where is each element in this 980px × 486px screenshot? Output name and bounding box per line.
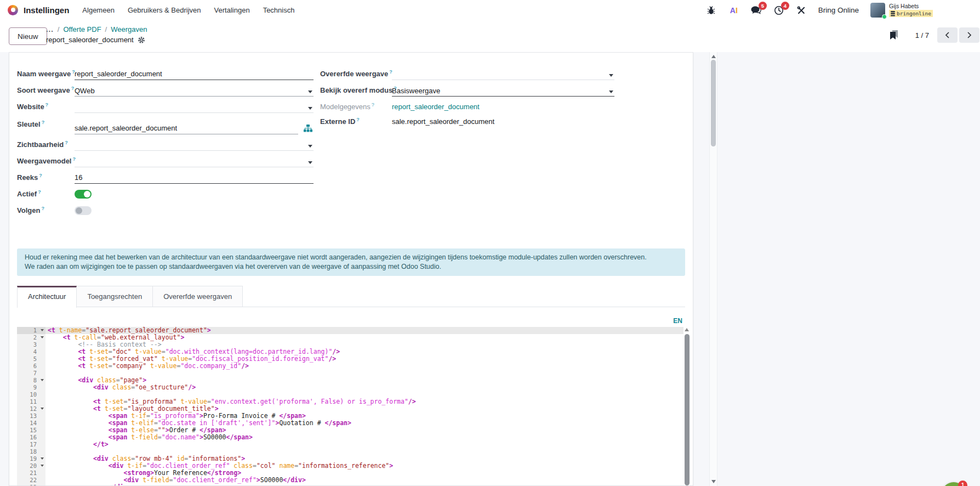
user-menu[interactable]: Gijs Habets bringonline xyxy=(870,3,933,18)
line-number-12[interactable]: 12 xyxy=(17,405,45,412)
nav-item-vertalingen[interactable]: Vertalingen xyxy=(214,6,250,14)
fold-caret-icon[interactable] xyxy=(41,408,44,410)
naam-weergave-input[interactable] xyxy=(75,67,314,80)
chevron-down-icon xyxy=(308,145,312,148)
line-number-16[interactable]: 16 xyxy=(17,434,45,441)
pager-previous-button[interactable] xyxy=(937,27,958,43)
avatar xyxy=(870,3,885,18)
breadcrumb-link-weergaven[interactable]: Weergaven xyxy=(111,25,147,33)
help-icon[interactable]: ? xyxy=(41,206,44,211)
fold-caret-icon[interactable] xyxy=(41,329,44,331)
bug-icon[interactable] xyxy=(706,5,717,16)
fold-caret-icon[interactable] xyxy=(41,457,44,460)
code-line-9[interactable]: <div class="oe_structure"/> xyxy=(45,384,683,391)
code-line-6[interactable]: <t t-set="company" t-value="doc.company_… xyxy=(45,363,683,370)
line-number-6[interactable]: 6 xyxy=(17,363,45,370)
volgen-toggle[interactable] xyxy=(75,206,92,215)
line-number-17[interactable]: 17 xyxy=(17,441,45,448)
chevron-down-icon xyxy=(308,161,312,164)
line-number-8[interactable]: 8 xyxy=(17,377,45,384)
line-number-15[interactable]: 15 xyxy=(17,427,45,434)
help-icon[interactable]: ? xyxy=(65,140,68,145)
help-icon[interactable]: ? xyxy=(39,173,42,178)
scroll-up-icon[interactable] xyxy=(685,328,689,331)
help-icon[interactable]: ? xyxy=(45,102,49,108)
tab-toegangsrechten[interactable]: Toegangsrechten xyxy=(76,286,153,307)
line-number-13[interactable]: 13 xyxy=(17,412,45,420)
editor-code[interactable]: <t t-name="sale.report_saleorder_documen… xyxy=(45,327,683,485)
scroll-down-icon[interactable] xyxy=(711,480,716,483)
messages-badge: 5 xyxy=(759,2,767,10)
warning-banner: Houd er rekening mee dat het bewerken va… xyxy=(17,248,685,276)
tab-overerfde-weergaven[interactable]: Overerfde weergaven xyxy=(152,286,243,307)
page-scrollbar[interactable] xyxy=(709,52,717,486)
sitemap-icon[interactable] xyxy=(304,125,312,134)
help-icon[interactable]: ? xyxy=(71,86,75,91)
line-number-22[interactable]: 22 xyxy=(17,477,45,484)
help-icon[interactable]: ? xyxy=(372,102,374,108)
gear-icon[interactable] xyxy=(138,36,146,44)
code-line-22[interactable]: <div t-field="doc.client_order_ref">SO00… xyxy=(45,477,683,484)
fold-caret-icon[interactable] xyxy=(41,379,44,381)
zichtbaarheid-select[interactable] xyxy=(75,138,314,151)
code-line-17[interactable]: </t> xyxy=(45,441,683,448)
odoo-logo-icon[interactable] xyxy=(8,5,18,15)
overerfde-weergave-select[interactable] xyxy=(392,67,614,80)
line-number-14[interactable]: 14 xyxy=(17,420,45,427)
line-number-5[interactable]: 5 xyxy=(17,355,45,363)
line-number-19[interactable]: 19 xyxy=(17,455,45,462)
line-number-11[interactable]: 11 xyxy=(17,398,45,405)
messages-icon[interactable]: 5 xyxy=(751,5,762,16)
externe-id-value: sale.report_saleorder_document xyxy=(392,115,494,126)
breadcrumb-link-offerte-pdf[interactable]: Offerte PDF xyxy=(63,25,101,33)
developer-tools-icon[interactable] xyxy=(796,5,807,16)
editor-scrollbar[interactable] xyxy=(684,327,690,485)
fold-caret-icon[interactable] xyxy=(41,336,44,338)
code-line-23[interactable]: </div> xyxy=(45,484,683,485)
livechat-bubble-e[interactable]: E1 xyxy=(942,482,966,486)
breadcrumb-ellipsis[interactable]: ... xyxy=(46,25,54,33)
line-number-23[interactable]: 23 xyxy=(17,484,45,485)
editor-scrollbar-thumb[interactable] xyxy=(685,334,690,485)
bookmark-icon[interactable] xyxy=(890,30,899,41)
website-select[interactable] xyxy=(75,100,314,113)
actief-toggle[interactable] xyxy=(75,190,92,199)
line-number-3[interactable]: 3 xyxy=(17,341,45,348)
fold-caret-icon[interactable] xyxy=(41,465,44,467)
code-editor[interactable]: EN 1234567891011121314151617181920212223… xyxy=(17,317,690,485)
help-icon[interactable]: ? xyxy=(42,120,45,125)
line-number-20[interactable]: 20 xyxy=(17,462,45,470)
sleutel-input[interactable] xyxy=(75,121,298,134)
field-label: Volgen xyxy=(17,206,40,214)
new-button[interactable]: Nieuw xyxy=(9,27,47,45)
pager-next-button[interactable] xyxy=(959,27,979,43)
weergavemodel-select[interactable] xyxy=(75,154,314,167)
tab-architectuur[interactable]: Architectuur xyxy=(17,286,77,308)
line-number-9[interactable]: 9 xyxy=(17,384,45,391)
bekijk-overerf-modus-select[interactable]: Basisweergave xyxy=(392,83,614,97)
page-scrollbar-thumb[interactable] xyxy=(711,60,716,146)
nav-item-gebruikers-bedrijven[interactable]: Gebruikers & Bedrijven xyxy=(128,6,201,14)
scroll-up-icon[interactable] xyxy=(711,55,716,58)
line-number-18[interactable]: 18 xyxy=(17,448,45,455)
line-number-21[interactable]: 21 xyxy=(17,470,45,477)
activities-icon[interactable]: 4 xyxy=(773,5,784,16)
line-number-2[interactable]: 2 xyxy=(17,334,45,341)
line-number-7[interactable]: 7 xyxy=(17,370,45,377)
translation-language-badge[interactable]: EN xyxy=(673,317,682,325)
field-zichtbaarheid: Zichtbaarheid? xyxy=(17,138,314,152)
line-number-10[interactable]: 10 xyxy=(17,391,45,398)
bring-online-button[interactable]: Bring Online xyxy=(818,6,859,14)
reeks-input[interactable] xyxy=(75,171,314,184)
line-number-4[interactable]: 4 xyxy=(17,348,45,355)
line-number-1[interactable]: 1 xyxy=(17,327,45,334)
ai-icon[interactable]: AI xyxy=(728,5,739,16)
modelgegevens-link[interactable]: report_saleorder_document xyxy=(392,100,480,111)
app-name[interactable]: Instellingen xyxy=(24,5,69,15)
code-line-16[interactable]: <span t-field="doc.name">SO0000</span> xyxy=(45,434,683,441)
soort-weergave-select[interactable]: QWeb xyxy=(75,83,314,97)
nav-item-algemeen[interactable]: Algemeen xyxy=(82,6,115,14)
help-icon[interactable]: ? xyxy=(356,117,360,122)
help-icon[interactable]: ? xyxy=(38,189,41,195)
nav-item-technisch[interactable]: Technisch xyxy=(263,6,295,14)
